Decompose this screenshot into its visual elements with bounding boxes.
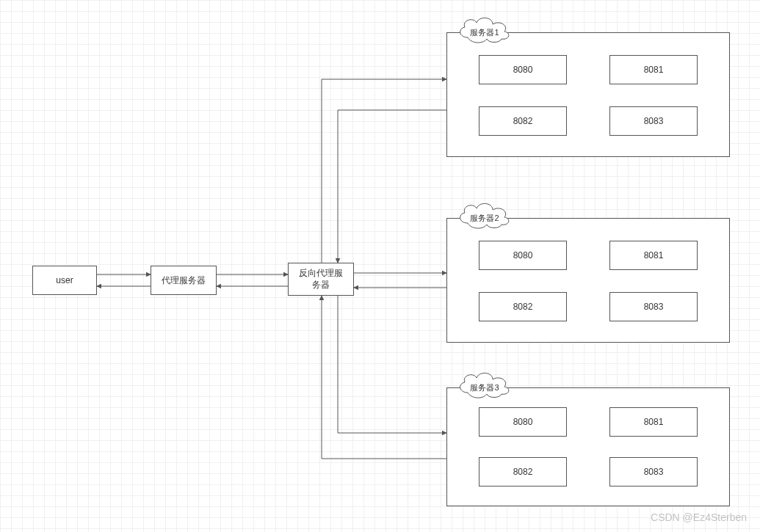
port-label: 8082 [513,302,533,312]
server-group-1: 8080 8081 8082 8083 [446,32,730,157]
cloud-label-1: 服务器1 [459,26,510,37]
server-group-3: 8080 8081 8082 8083 [446,387,730,506]
cloud-text: 服务器2 [459,213,510,224]
port-box: 8083 [609,457,698,487]
port-label: 8081 [644,65,664,75]
port-box: 8082 [479,106,567,136]
proxy-node: 代理服务器 [151,266,217,295]
port-label: 8080 [513,417,533,427]
cloud-label-2: 服务器2 [459,211,510,222]
port-label: 8081 [644,250,664,260]
reverse-proxy-label: 反向代理服 务器 [299,268,343,291]
port-label: 8080 [513,250,533,260]
port-box: 8080 [479,55,567,84]
port-box: 8081 [609,241,698,270]
user-node: user [32,266,97,295]
reverse-proxy-node: 反向代理服 务器 [288,263,354,296]
proxy-label: 代理服务器 [162,274,206,287]
server-group-2: 8080 8081 8082 8083 [446,218,730,343]
port-label: 8082 [513,116,533,126]
port-label: 8083 [644,116,664,126]
cloud-text: 服务器3 [459,382,510,393]
port-box: 8080 [479,407,567,437]
port-box: 8081 [609,407,698,437]
port-box: 8081 [609,55,698,84]
port-label: 8083 [644,467,664,477]
cloud-text: 服务器1 [459,27,510,38]
port-label: 8082 [513,467,533,477]
port-label: 8083 [644,302,664,312]
port-box: 8082 [479,292,567,321]
cloud-label-3: 服务器3 [459,381,510,392]
port-box: 8083 [609,292,698,321]
port-label: 8080 [513,65,533,75]
watermark: CSDN @Ez4Sterben [651,511,747,523]
port-box: 8082 [479,457,567,487]
user-label: user [56,275,73,285]
port-box: 8083 [609,106,698,136]
port-label: 8081 [644,417,664,427]
port-box: 8080 [479,241,567,270]
